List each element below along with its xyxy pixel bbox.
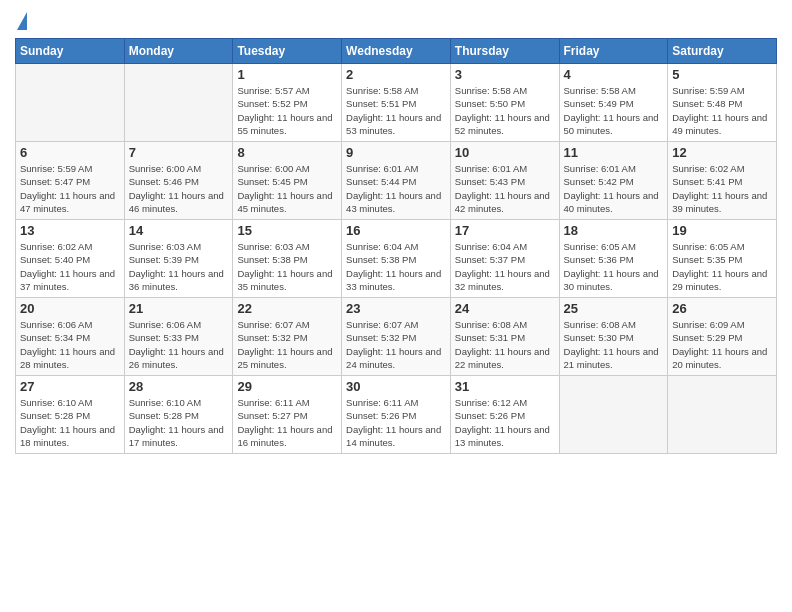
calendar-table: SundayMondayTuesdayWednesdayThursdayFrid… bbox=[15, 38, 777, 454]
day-number: 13 bbox=[20, 223, 120, 238]
day-number: 25 bbox=[564, 301, 664, 316]
day-info: Sunrise: 6:07 AM Sunset: 5:32 PM Dayligh… bbox=[237, 318, 337, 371]
day-info: Sunrise: 5:58 AM Sunset: 5:51 PM Dayligh… bbox=[346, 84, 446, 137]
calendar-cell: 14Sunrise: 6:03 AM Sunset: 5:39 PM Dayli… bbox=[124, 220, 233, 298]
day-info: Sunrise: 5:59 AM Sunset: 5:47 PM Dayligh… bbox=[20, 162, 120, 215]
day-number: 29 bbox=[237, 379, 337, 394]
day-info: Sunrise: 6:04 AM Sunset: 5:37 PM Dayligh… bbox=[455, 240, 555, 293]
day-number: 10 bbox=[455, 145, 555, 160]
calendar-cell: 7Sunrise: 6:00 AM Sunset: 5:46 PM Daylig… bbox=[124, 142, 233, 220]
calendar-cell: 25Sunrise: 6:08 AM Sunset: 5:30 PM Dayli… bbox=[559, 298, 668, 376]
day-info: Sunrise: 6:06 AM Sunset: 5:34 PM Dayligh… bbox=[20, 318, 120, 371]
day-info: Sunrise: 5:58 AM Sunset: 5:49 PM Dayligh… bbox=[564, 84, 664, 137]
day-number: 11 bbox=[564, 145, 664, 160]
day-number: 19 bbox=[672, 223, 772, 238]
day-info: Sunrise: 6:10 AM Sunset: 5:28 PM Dayligh… bbox=[20, 396, 120, 449]
calendar-cell: 19Sunrise: 6:05 AM Sunset: 5:35 PM Dayli… bbox=[668, 220, 777, 298]
calendar-cell: 17Sunrise: 6:04 AM Sunset: 5:37 PM Dayli… bbox=[450, 220, 559, 298]
calendar-cell: 24Sunrise: 6:08 AM Sunset: 5:31 PM Dayli… bbox=[450, 298, 559, 376]
calendar-week-row: 6Sunrise: 5:59 AM Sunset: 5:47 PM Daylig… bbox=[16, 142, 777, 220]
day-info: Sunrise: 6:00 AM Sunset: 5:45 PM Dayligh… bbox=[237, 162, 337, 215]
calendar-cell: 21Sunrise: 6:06 AM Sunset: 5:33 PM Dayli… bbox=[124, 298, 233, 376]
day-header-sunday: Sunday bbox=[16, 39, 125, 64]
day-info: Sunrise: 6:01 AM Sunset: 5:42 PM Dayligh… bbox=[564, 162, 664, 215]
day-number: 12 bbox=[672, 145, 772, 160]
day-info: Sunrise: 6:08 AM Sunset: 5:31 PM Dayligh… bbox=[455, 318, 555, 371]
day-number: 20 bbox=[20, 301, 120, 316]
day-number: 5 bbox=[672, 67, 772, 82]
calendar-cell: 1Sunrise: 5:57 AM Sunset: 5:52 PM Daylig… bbox=[233, 64, 342, 142]
calendar-week-row: 27Sunrise: 6:10 AM Sunset: 5:28 PM Dayli… bbox=[16, 376, 777, 454]
calendar-cell: 9Sunrise: 6:01 AM Sunset: 5:44 PM Daylig… bbox=[342, 142, 451, 220]
calendar-cell: 23Sunrise: 6:07 AM Sunset: 5:32 PM Dayli… bbox=[342, 298, 451, 376]
day-info: Sunrise: 6:06 AM Sunset: 5:33 PM Dayligh… bbox=[129, 318, 229, 371]
day-number: 27 bbox=[20, 379, 120, 394]
day-number: 21 bbox=[129, 301, 229, 316]
day-info: Sunrise: 5:59 AM Sunset: 5:48 PM Dayligh… bbox=[672, 84, 772, 137]
calendar-week-row: 20Sunrise: 6:06 AM Sunset: 5:34 PM Dayli… bbox=[16, 298, 777, 376]
calendar-cell: 12Sunrise: 6:02 AM Sunset: 5:41 PM Dayli… bbox=[668, 142, 777, 220]
day-number: 16 bbox=[346, 223, 446, 238]
calendar-header bbox=[15, 10, 777, 30]
day-header-monday: Monday bbox=[124, 39, 233, 64]
day-number: 28 bbox=[129, 379, 229, 394]
calendar-cell: 29Sunrise: 6:11 AM Sunset: 5:27 PM Dayli… bbox=[233, 376, 342, 454]
day-info: Sunrise: 6:07 AM Sunset: 5:32 PM Dayligh… bbox=[346, 318, 446, 371]
day-info: Sunrise: 6:12 AM Sunset: 5:26 PM Dayligh… bbox=[455, 396, 555, 449]
calendar-cell bbox=[668, 376, 777, 454]
calendar-cell: 27Sunrise: 6:10 AM Sunset: 5:28 PM Dayli… bbox=[16, 376, 125, 454]
day-info: Sunrise: 6:03 AM Sunset: 5:38 PM Dayligh… bbox=[237, 240, 337, 293]
day-header-tuesday: Tuesday bbox=[233, 39, 342, 64]
day-header-saturday: Saturday bbox=[668, 39, 777, 64]
day-info: Sunrise: 6:11 AM Sunset: 5:26 PM Dayligh… bbox=[346, 396, 446, 449]
day-header-friday: Friday bbox=[559, 39, 668, 64]
day-info: Sunrise: 6:01 AM Sunset: 5:44 PM Dayligh… bbox=[346, 162, 446, 215]
day-info: Sunrise: 5:57 AM Sunset: 5:52 PM Dayligh… bbox=[237, 84, 337, 137]
calendar-cell: 6Sunrise: 5:59 AM Sunset: 5:47 PM Daylig… bbox=[16, 142, 125, 220]
calendar-week-row: 13Sunrise: 6:02 AM Sunset: 5:40 PM Dayli… bbox=[16, 220, 777, 298]
day-number: 2 bbox=[346, 67, 446, 82]
calendar-cell: 18Sunrise: 6:05 AM Sunset: 5:36 PM Dayli… bbox=[559, 220, 668, 298]
day-number: 24 bbox=[455, 301, 555, 316]
calendar-cell: 20Sunrise: 6:06 AM Sunset: 5:34 PM Dayli… bbox=[16, 298, 125, 376]
logo-triangle-icon bbox=[17, 12, 27, 30]
day-info: Sunrise: 6:04 AM Sunset: 5:38 PM Dayligh… bbox=[346, 240, 446, 293]
day-number: 1 bbox=[237, 67, 337, 82]
calendar-cell: 4Sunrise: 5:58 AM Sunset: 5:49 PM Daylig… bbox=[559, 64, 668, 142]
day-number: 6 bbox=[20, 145, 120, 160]
calendar-cell: 3Sunrise: 5:58 AM Sunset: 5:50 PM Daylig… bbox=[450, 64, 559, 142]
calendar-cell bbox=[124, 64, 233, 142]
calendar-week-row: 1Sunrise: 5:57 AM Sunset: 5:52 PM Daylig… bbox=[16, 64, 777, 142]
calendar-cell: 10Sunrise: 6:01 AM Sunset: 5:43 PM Dayli… bbox=[450, 142, 559, 220]
day-number: 31 bbox=[455, 379, 555, 394]
calendar-cell: 22Sunrise: 6:07 AM Sunset: 5:32 PM Dayli… bbox=[233, 298, 342, 376]
day-info: Sunrise: 6:05 AM Sunset: 5:36 PM Dayligh… bbox=[564, 240, 664, 293]
day-info: Sunrise: 6:03 AM Sunset: 5:39 PM Dayligh… bbox=[129, 240, 229, 293]
day-number: 3 bbox=[455, 67, 555, 82]
day-number: 17 bbox=[455, 223, 555, 238]
day-number: 18 bbox=[564, 223, 664, 238]
day-info: Sunrise: 6:10 AM Sunset: 5:28 PM Dayligh… bbox=[129, 396, 229, 449]
day-number: 22 bbox=[237, 301, 337, 316]
logo bbox=[15, 14, 27, 30]
calendar-cell bbox=[16, 64, 125, 142]
calendar-cell: 31Sunrise: 6:12 AM Sunset: 5:26 PM Dayli… bbox=[450, 376, 559, 454]
calendar-cell: 26Sunrise: 6:09 AM Sunset: 5:29 PM Dayli… bbox=[668, 298, 777, 376]
calendar-cell bbox=[559, 376, 668, 454]
day-number: 30 bbox=[346, 379, 446, 394]
calendar-cell: 11Sunrise: 6:01 AM Sunset: 5:42 PM Dayli… bbox=[559, 142, 668, 220]
day-number: 14 bbox=[129, 223, 229, 238]
days-header-row: SundayMondayTuesdayWednesdayThursdayFrid… bbox=[16, 39, 777, 64]
day-number: 23 bbox=[346, 301, 446, 316]
calendar-cell: 16Sunrise: 6:04 AM Sunset: 5:38 PM Dayli… bbox=[342, 220, 451, 298]
day-info: Sunrise: 6:11 AM Sunset: 5:27 PM Dayligh… bbox=[237, 396, 337, 449]
calendar-cell: 5Sunrise: 5:59 AM Sunset: 5:48 PM Daylig… bbox=[668, 64, 777, 142]
calendar-cell: 30Sunrise: 6:11 AM Sunset: 5:26 PM Dayli… bbox=[342, 376, 451, 454]
calendar-cell: 15Sunrise: 6:03 AM Sunset: 5:38 PM Dayli… bbox=[233, 220, 342, 298]
day-info: Sunrise: 6:02 AM Sunset: 5:40 PM Dayligh… bbox=[20, 240, 120, 293]
day-info: Sunrise: 6:02 AM Sunset: 5:41 PM Dayligh… bbox=[672, 162, 772, 215]
calendar-cell: 28Sunrise: 6:10 AM Sunset: 5:28 PM Dayli… bbox=[124, 376, 233, 454]
day-info: Sunrise: 6:01 AM Sunset: 5:43 PM Dayligh… bbox=[455, 162, 555, 215]
day-number: 7 bbox=[129, 145, 229, 160]
day-header-thursday: Thursday bbox=[450, 39, 559, 64]
